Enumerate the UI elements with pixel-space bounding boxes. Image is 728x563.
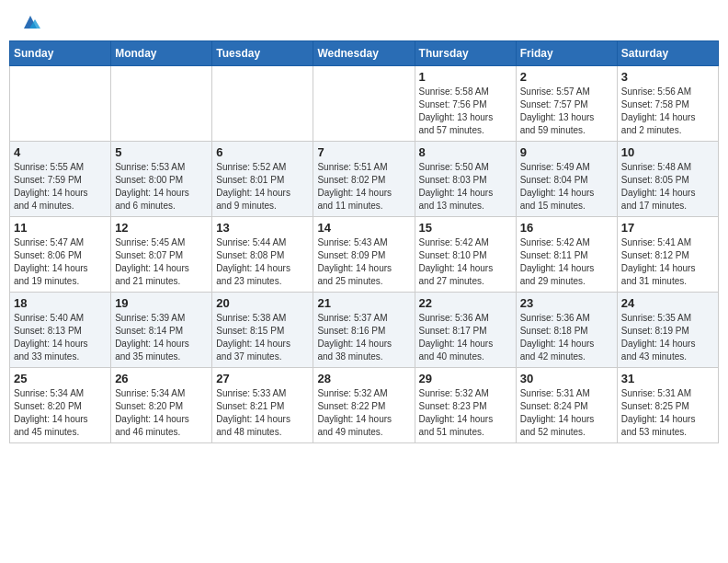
day-info: Sunrise: 5:40 AM Sunset: 8:13 PM Dayligh… [14, 312, 107, 363]
week-row-3: 11Sunrise: 5:47 AM Sunset: 8:06 PM Dayli… [10, 217, 719, 293]
day-cell-27: 27Sunrise: 5:33 AM Sunset: 8:21 PM Dayli… [212, 368, 313, 443]
day-number: 7 [317, 145, 410, 159]
day-number: 24 [621, 296, 714, 310]
day-cell-6: 6Sunrise: 5:52 AM Sunset: 8:01 PM Daylig… [212, 142, 313, 217]
day-cell-9: 9Sunrise: 5:49 AM Sunset: 8:04 PM Daylig… [516, 142, 617, 217]
day-info: Sunrise: 5:57 AM Sunset: 7:57 PM Dayligh… [520, 86, 613, 137]
day-cell-7: 7Sunrise: 5:51 AM Sunset: 8:02 PM Daylig… [313, 142, 415, 217]
day-cell-3: 3Sunrise: 5:56 AM Sunset: 7:58 PM Daylig… [617, 66, 718, 142]
day-number: 28 [317, 372, 410, 385]
day-number: 19 [115, 296, 208, 310]
day-number: 23 [520, 296, 613, 310]
day-info: Sunrise: 5:55 AM Sunset: 7:59 PM Dayligh… [14, 161, 107, 213]
day-info: Sunrise: 5:51 AM Sunset: 8:02 PM Dayligh… [317, 161, 410, 213]
day-cell-8: 8Sunrise: 5:50 AM Sunset: 8:03 PM Daylig… [415, 142, 516, 217]
day-info: Sunrise: 5:34 AM Sunset: 8:20 PM Dayligh… [14, 387, 107, 439]
day-info: Sunrise: 5:42 AM Sunset: 8:11 PM Dayligh… [520, 236, 613, 288]
day-cell-25: 25Sunrise: 5:34 AM Sunset: 8:20 PM Dayli… [10, 368, 111, 443]
day-info: Sunrise: 5:34 AM Sunset: 8:20 PM Dayligh… [115, 387, 208, 439]
day-info: Sunrise: 5:32 AM Sunset: 8:23 PM Dayligh… [419, 387, 512, 439]
day-number: 22 [419, 296, 512, 310]
day-cell-5: 5Sunrise: 5:53 AM Sunset: 8:00 PM Daylig… [111, 142, 212, 217]
day-cell-31: 31Sunrise: 5:31 AM Sunset: 8:25 PM Dayli… [617, 368, 718, 443]
day-cell-28: 28Sunrise: 5:32 AM Sunset: 8:22 PM Dayli… [313, 368, 415, 443]
day-number: 8 [419, 145, 512, 159]
logo [18, 14, 40, 29]
empty-cell [111, 66, 212, 142]
header-wednesday: Wednesday [313, 41, 415, 66]
calendar-table: SundayMondayTuesdayWednesdayThursdayFrid… [9, 40, 719, 443]
day-cell-16: 16Sunrise: 5:42 AM Sunset: 8:11 PM Dayli… [516, 217, 617, 293]
day-number: 4 [14, 145, 107, 159]
day-number: 20 [216, 296, 309, 310]
day-cell-10: 10Sunrise: 5:48 AM Sunset: 8:05 PM Dayli… [617, 142, 718, 217]
day-number: 10 [621, 145, 714, 159]
day-number: 18 [14, 296, 107, 310]
day-number: 3 [621, 70, 714, 84]
logo-icon [20, 12, 40, 32]
day-number: 27 [216, 372, 309, 385]
header-tuesday: Tuesday [212, 41, 313, 66]
header-sunday: Sunday [10, 41, 111, 66]
day-info: Sunrise: 5:36 AM Sunset: 8:17 PM Dayligh… [419, 312, 512, 363]
day-cell-15: 15Sunrise: 5:42 AM Sunset: 8:10 PM Dayli… [415, 217, 516, 293]
day-info: Sunrise: 5:53 AM Sunset: 8:00 PM Dayligh… [115, 161, 208, 213]
calendar-header-row: SundayMondayTuesdayWednesdayThursdayFrid… [10, 41, 719, 66]
day-number: 6 [216, 145, 309, 159]
day-cell-26: 26Sunrise: 5:34 AM Sunset: 8:20 PM Dayli… [111, 368, 212, 443]
day-info: Sunrise: 5:58 AM Sunset: 7:56 PM Dayligh… [419, 86, 512, 137]
day-number: 2 [520, 70, 613, 84]
day-info: Sunrise: 5:32 AM Sunset: 8:22 PM Dayligh… [317, 387, 410, 439]
day-info: Sunrise: 5:41 AM Sunset: 8:12 PM Dayligh… [621, 236, 714, 288]
day-number: 25 [14, 372, 107, 385]
day-cell-18: 18Sunrise: 5:40 AM Sunset: 8:13 PM Dayli… [10, 293, 111, 368]
day-info: Sunrise: 5:33 AM Sunset: 8:21 PM Dayligh… [216, 387, 309, 439]
day-info: Sunrise: 5:35 AM Sunset: 8:19 PM Dayligh… [621, 312, 714, 363]
day-info: Sunrise: 5:39 AM Sunset: 8:14 PM Dayligh… [115, 312, 208, 363]
day-number: 11 [14, 221, 107, 235]
day-number: 15 [419, 221, 512, 235]
header-saturday: Saturday [617, 41, 718, 66]
day-cell-24: 24Sunrise: 5:35 AM Sunset: 8:19 PM Dayli… [617, 293, 718, 368]
day-cell-11: 11Sunrise: 5:47 AM Sunset: 8:06 PM Dayli… [10, 217, 111, 293]
week-row-1: 1Sunrise: 5:58 AM Sunset: 7:56 PM Daylig… [10, 66, 719, 142]
day-info: Sunrise: 5:38 AM Sunset: 8:15 PM Dayligh… [216, 312, 309, 363]
empty-cell [313, 66, 415, 142]
day-info: Sunrise: 5:44 AM Sunset: 8:08 PM Dayligh… [216, 236, 309, 288]
day-info: Sunrise: 5:45 AM Sunset: 8:07 PM Dayligh… [115, 236, 208, 288]
day-info: Sunrise: 5:49 AM Sunset: 8:04 PM Dayligh… [520, 161, 613, 213]
empty-cell [10, 66, 111, 142]
day-number: 16 [520, 221, 613, 235]
day-info: Sunrise: 5:48 AM Sunset: 8:05 PM Dayligh… [621, 161, 714, 213]
day-number: 5 [115, 145, 208, 159]
header-friday: Friday [516, 41, 617, 66]
day-number: 30 [520, 372, 613, 385]
day-info: Sunrise: 5:42 AM Sunset: 8:10 PM Dayligh… [419, 236, 512, 288]
empty-cell [212, 66, 313, 142]
day-cell-29: 29Sunrise: 5:32 AM Sunset: 8:23 PM Dayli… [415, 368, 516, 443]
day-number: 9 [520, 145, 613, 159]
day-number: 29 [419, 372, 512, 385]
day-cell-17: 17Sunrise: 5:41 AM Sunset: 8:12 PM Dayli… [617, 217, 718, 293]
day-cell-14: 14Sunrise: 5:43 AM Sunset: 8:09 PM Dayli… [313, 217, 415, 293]
day-info: Sunrise: 5:47 AM Sunset: 8:06 PM Dayligh… [14, 236, 107, 288]
day-cell-1: 1Sunrise: 5:58 AM Sunset: 7:56 PM Daylig… [415, 66, 516, 142]
day-number: 17 [621, 221, 714, 235]
day-number: 21 [317, 296, 410, 310]
week-row-5: 25Sunrise: 5:34 AM Sunset: 8:20 PM Dayli… [10, 368, 719, 443]
header-monday: Monday [111, 41, 212, 66]
day-info: Sunrise: 5:52 AM Sunset: 8:01 PM Dayligh… [216, 161, 309, 213]
day-number: 1 [419, 70, 512, 84]
day-info: Sunrise: 5:36 AM Sunset: 8:18 PM Dayligh… [520, 312, 613, 363]
day-info: Sunrise: 5:31 AM Sunset: 8:24 PM Dayligh… [520, 387, 613, 439]
day-number: 31 [621, 372, 714, 385]
day-number: 13 [216, 221, 309, 235]
day-cell-23: 23Sunrise: 5:36 AM Sunset: 8:18 PM Dayli… [516, 293, 617, 368]
day-info: Sunrise: 5:31 AM Sunset: 8:25 PM Dayligh… [621, 387, 714, 439]
week-row-2: 4Sunrise: 5:55 AM Sunset: 7:59 PM Daylig… [10, 142, 719, 217]
day-info: Sunrise: 5:43 AM Sunset: 8:09 PM Dayligh… [317, 236, 410, 288]
day-cell-22: 22Sunrise: 5:36 AM Sunset: 8:17 PM Dayli… [415, 293, 516, 368]
header-thursday: Thursday [415, 41, 516, 66]
day-info: Sunrise: 5:37 AM Sunset: 8:16 PM Dayligh… [317, 312, 410, 363]
day-cell-30: 30Sunrise: 5:31 AM Sunset: 8:24 PM Dayli… [516, 368, 617, 443]
